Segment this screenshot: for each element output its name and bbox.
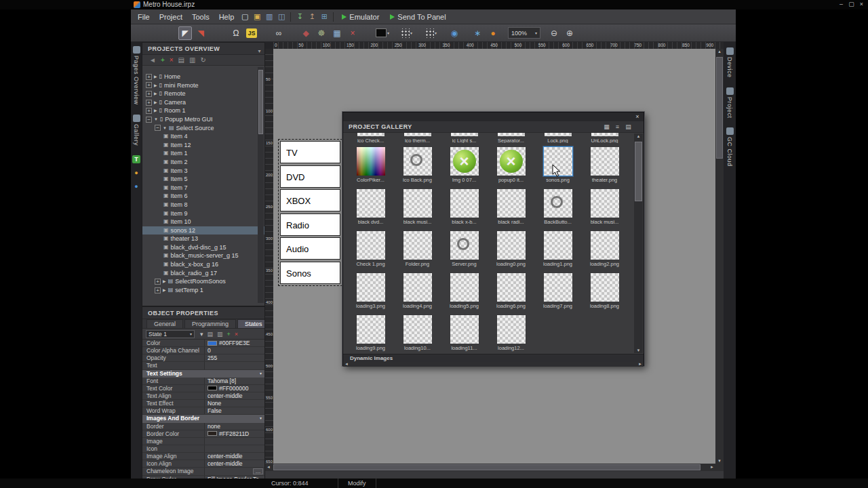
tree-item[interactable]: ▣black_x-box_g 16: [142, 260, 264, 269]
tree-item[interactable]: ▣Item 8: [142, 201, 264, 209]
property-row[interactable]: Image Aligncenter-middle: [142, 453, 264, 460]
source-menu-group[interactable]: TVDVDXBOXRadioAudioSonos: [280, 141, 340, 284]
tree-item[interactable]: +▶▯Home: [142, 73, 264, 81]
gallery-item[interactable]: Check 1.png: [347, 227, 394, 269]
zoom-out-tool[interactable]: ⊖: [547, 26, 561, 40]
gallery-item[interactable]: loading11...: [441, 311, 488, 353]
source-menu-item[interactable]: XBOX: [280, 189, 340, 211]
delete-state-icon[interactable]: ×: [235, 330, 238, 338]
delete-page-icon[interactable]: ×: [170, 56, 174, 65]
menu-project[interactable]: Project: [155, 9, 187, 24]
expander-icon[interactable]: +: [146, 100, 152, 106]
close-button[interactable]: ×: [857, 0, 866, 9]
tree-item[interactable]: +▶▯Camera: [142, 98, 264, 107]
scroll-left-icon[interactable]: ◄: [344, 362, 349, 367]
gallery-item[interactable]: theater.png: [581, 143, 628, 185]
tree-item[interactable]: +▶▤setTemp 1: [142, 286, 264, 295]
color-picker-dropdown[interactable]: ▾: [376, 28, 389, 37]
property-row[interactable]: Word WrapFalse: [142, 407, 264, 415]
macro-tool[interactable]: Ω: [229, 26, 243, 40]
scroll-right-icon[interactable]: ►: [638, 362, 642, 367]
canvas-vscroll-thumb[interactable]: [716, 57, 723, 159]
gallery-scrollbar-thumb[interactable]: [635, 142, 642, 201]
tree-scrollbar-thumb[interactable]: [258, 70, 263, 134]
paint-tool[interactable]: ◆: [299, 26, 313, 40]
property-row[interactable]: Icon: [142, 445, 264, 453]
tab-programming[interactable]: Programming: [184, 319, 236, 328]
property-row[interactable]: Color#00FF9E3E: [142, 340, 264, 347]
grid-tool[interactable]: ▦: [330, 26, 344, 40]
gallery-item[interactable]: loading4.png: [394, 269, 441, 311]
refresh-icon[interactable]: ↻: [201, 56, 206, 65]
property-row[interactable]: FontTahoma [8]: [142, 378, 264, 385]
tree-item[interactable]: ▣Item 9: [142, 209, 264, 218]
panel-layout-icon[interactable]: ⊞: [318, 11, 330, 23]
copy-state-icon[interactable]: ▤: [208, 330, 214, 338]
tree-item[interactable]: +▶▤SelectRoomSonos: [142, 277, 264, 286]
source-menu-item[interactable]: TV: [280, 141, 340, 163]
property-row[interactable]: Bordernone: [142, 423, 264, 430]
send-to-panel-button[interactable]: Send To Panel: [384, 13, 451, 21]
source-menu-item[interactable]: Audio: [280, 237, 340, 260]
add-page-icon[interactable]: +: [161, 56, 165, 65]
gallery-item[interactable]: ico Check...: [347, 133, 394, 143]
gallery-item[interactable]: loading2.png: [581, 227, 628, 269]
scroll-up-icon[interactable]: ▲: [634, 134, 643, 138]
expander-icon[interactable]: +: [155, 279, 161, 285]
panel-options-icon[interactable]: ▾: [258, 45, 261, 58]
select-tool[interactable]: ◤: [178, 26, 192, 40]
tree-item[interactable]: ▣Item 2: [142, 158, 264, 167]
property-row[interactable]: Border Color#FF28211D: [142, 430, 264, 438]
zoom-level-select[interactable]: 100%▾: [508, 27, 540, 39]
cloud-tab[interactable]: ●: [132, 182, 140, 190]
gallery-item[interactable]: popup0 it...: [488, 143, 534, 185]
link-tool[interactable]: ∞: [272, 26, 285, 40]
back-icon[interactable]: ◄: [149, 56, 156, 65]
tree-item[interactable]: −▼▤Select Source: [142, 124, 264, 133]
section-header[interactable]: Text Settings▾: [142, 370, 264, 378]
gallery-item[interactable]: loading7.png: [534, 269, 581, 311]
property-row[interactable]: Text Color#FF000000: [142, 385, 264, 392]
source-menu-item[interactable]: Radio: [280, 214, 340, 236]
tree-item[interactable]: ▣black_radio_g 17: [142, 269, 264, 278]
view-thumbnails-icon[interactable]: ▦: [602, 123, 611, 130]
tree-item[interactable]: +▶▯Room 1: [142, 106, 264, 115]
expander-icon[interactable]: +: [146, 74, 152, 80]
expander-icon[interactable]: +: [146, 82, 152, 88]
gallery-item[interactable]: loading12...: [488, 311, 534, 353]
gc-cloud-tab[interactable]: GC Cloud: [726, 127, 734, 167]
gallery-item[interactable]: black x-b...: [441, 185, 488, 227]
property-row[interactable]: Image: [142, 438, 264, 445]
expander-icon[interactable]: +: [146, 91, 152, 97]
gallery-item[interactable]: UnLock.png: [581, 133, 628, 143]
export-icon[interactable]: ↥: [306, 11, 318, 23]
save-icon[interactable]: ▥: [263, 11, 275, 23]
gallery-item[interactable]: BackButto...: [534, 185, 581, 227]
zoom-in-tool[interactable]: ⊕: [563, 26, 576, 40]
add-state-icon[interactable]: +: [227, 330, 231, 338]
gallery-item[interactable]: black radi...: [488, 185, 534, 227]
gallery-item[interactable]: loading5.png: [441, 269, 488, 311]
gallery-item[interactable]: ico Back.png: [394, 143, 441, 185]
gallery-item[interactable]: black musi...: [394, 185, 441, 227]
tree-item[interactable]: ▣theater 13: [142, 235, 264, 243]
tree-item[interactable]: ▣Item 1: [142, 149, 264, 158]
tree-item[interactable]: ▣Item 4: [142, 132, 264, 141]
gallery-item[interactable]: Separator...: [488, 133, 534, 143]
menu-help[interactable]: Help: [214, 9, 239, 24]
script-tool[interactable]: JS: [245, 26, 258, 40]
canvas-hscroll-thumb[interactable]: [273, 464, 701, 470]
tree-item[interactable]: +▶▯mini Remote: [142, 81, 264, 90]
tree-item[interactable]: ▣Item 3: [142, 167, 264, 176]
project-tab[interactable]: Project: [726, 87, 734, 119]
expander-icon[interactable]: −: [155, 125, 161, 131]
scroll-right-icon[interactable]: ►: [710, 465, 714, 469]
tree-item[interactable]: ▣Item 10: [142, 218, 264, 226]
gallery-item[interactable]: loading1.png: [534, 227, 581, 269]
gallery-close-icon[interactable]: ×: [633, 113, 642, 121]
tab-states[interactable]: States: [237, 319, 265, 328]
theme-tool[interactable]: ●: [486, 26, 500, 40]
tree-item[interactable]: ▣sonos 12: [142, 226, 264, 235]
property-row[interactable]: Opacity255: [142, 354, 264, 362]
tree-item[interactable]: ▣black_music-server_g 15: [142, 251, 264, 260]
